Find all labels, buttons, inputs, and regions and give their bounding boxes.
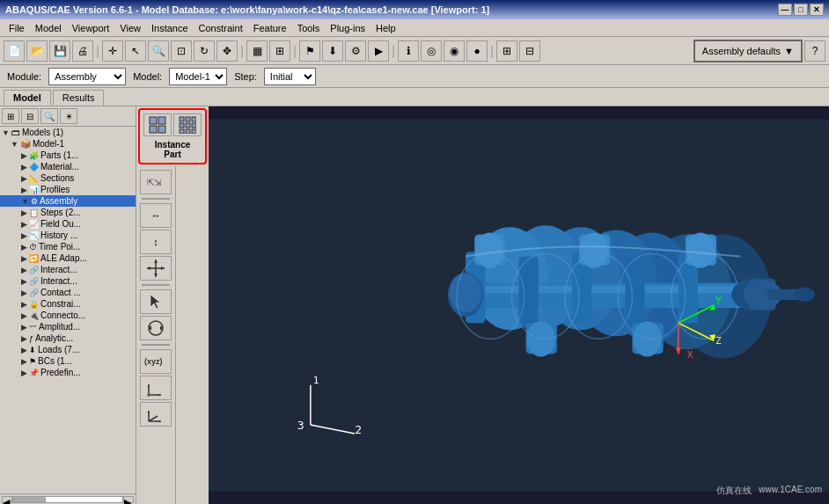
rt-btn-xyz[interactable]: (xyz): [140, 349, 172, 374]
tree-timepoints[interactable]: ▶ ⏱ Time Poi...: [0, 241, 136, 252]
submit-btn[interactable]: ▶: [368, 40, 389, 62]
render-btn[interactable]: ⊞: [496, 40, 517, 62]
tab-results[interactable]: Results: [53, 90, 105, 106]
tree-contact[interactable]: ▶ 🔗 Contact ...: [0, 287, 136, 298]
rt-btn-3[interactable]: ↕: [140, 230, 172, 254]
model-select[interactable]: Model-1: [169, 68, 227, 85]
menu-plugins[interactable]: Plug-ins: [325, 21, 370, 35]
print-button[interactable]: 🖨: [72, 40, 93, 62]
tree-interact2[interactable]: ▶ 🔗 Interact...: [0, 275, 136, 287]
tree-material-label: Material...: [40, 162, 79, 172]
tree-root-label: Models (1): [22, 128, 63, 137]
scroll-right[interactable]: ▶: [123, 496, 134, 503]
menu-view[interactable]: View: [114, 21, 146, 35]
maximize-button[interactable]: □: [794, 4, 808, 16]
tree-fieldout-label: Field Ou...: [40, 219, 81, 229]
menu-help[interactable]: Help: [370, 21, 401, 35]
tree-ale[interactable]: ▶ 🔁 ALE Adap...: [0, 252, 136, 264]
tree-interact1[interactable]: ▶ 🔗 Interact...: [0, 264, 136, 275]
tree-steps-label: Steps (2...: [40, 208, 81, 217]
minimize-button[interactable]: —: [778, 4, 792, 16]
scroll-left[interactable]: ◀: [2, 496, 12, 503]
tree-connector[interactable]: ▶ 🔌 Connecto...: [0, 310, 136, 321]
tree-material[interactable]: ▶ 🔷 Material...: [0, 161, 136, 172]
tree-filter[interactable]: ☀: [60, 108, 77, 124]
tree-amplitude[interactable]: ▶ 〰 Amplitud...: [0, 321, 136, 332]
tree-scroll[interactable]: ▼ 🗃 Models (1) ▼ 📦 Model-1 ▶ 🧩 Parts (1.…: [0, 127, 136, 493]
cursor-icon: [145, 291, 166, 312]
tree-parts-label: Parts (1...: [40, 150, 78, 160]
info-btn[interactable]: ℹ: [398, 40, 419, 62]
menu-viewport[interactable]: Viewport: [67, 21, 115, 35]
save-button[interactable]: 💾: [49, 40, 70, 62]
menu-tools[interactable]: Tools: [292, 21, 326, 35]
rt-btn-6[interactable]: [140, 316, 172, 340]
menu-file[interactable]: File: [4, 21, 30, 35]
instance-btn[interactable]: ▦: [246, 40, 268, 62]
menu-feature[interactable]: Feature: [248, 21, 292, 35]
tree-parts[interactable]: ▶ 🧩 Parts (1...: [0, 150, 136, 161]
step-select[interactable]: Initial Step-1: [264, 68, 316, 85]
toolbar-icon-1: ⇱⇲: [145, 173, 166, 191]
bc-btn[interactable]: ⚑: [299, 40, 320, 62]
tree-assembly[interactable]: ▼ ⚙ Assembly: [0, 195, 136, 207]
menu-instance[interactable]: Instance: [146, 21, 194, 35]
tree-steps[interactable]: ▶ 📋 Steps (2...: [0, 207, 136, 218]
tree-root[interactable]: ▼ 🗃 Models (1): [0, 127, 136, 138]
watermark-left: 仿真在线: [716, 485, 752, 497]
menu-constraint[interactable]: Constraint: [194, 21, 248, 35]
step-label: Step:: [234, 71, 257, 82]
rt-btn-2[interactable]: ↔: [140, 203, 172, 228]
tree-loads[interactable]: ▶ ⬇ Loads (7...: [0, 344, 136, 355]
pan-button[interactable]: ✥: [216, 40, 238, 62]
instance-part-multi-btn[interactable]: [173, 113, 202, 136]
multi-grid-icon: [179, 116, 196, 134]
tree-search[interactable]: 🔍: [40, 108, 58, 124]
load-btn[interactable]: ⬇: [322, 40, 343, 62]
help-cursor-btn[interactable]: ?: [804, 40, 825, 62]
rotate-button[interactable]: ↻: [194, 40, 215, 62]
close-button[interactable]: ✕: [810, 4, 824, 16]
mesh-btn[interactable]: ⊞: [269, 40, 290, 62]
tree-history[interactable]: ▶ 📉 History ...: [0, 230, 136, 241]
tree-collapse-all[interactable]: ⊟: [21, 108, 39, 124]
tree-sections[interactable]: ▶ 📐 Sections: [0, 172, 136, 184]
rt-btn-coord2[interactable]: [140, 402, 172, 427]
svg-point-57: [686, 232, 715, 267]
assembly-defaults-button[interactable]: Assembly defaults ▼: [693, 40, 803, 62]
rt-btn-5[interactable]: [140, 289, 172, 314]
rt-btn-4[interactable]: [140, 256, 172, 281]
viewport[interactable]: Z Y X 3 2 1 仿真在线 www.1CAE.com: [209, 106, 829, 504]
tree-loads-label: Loads (7...: [38, 345, 79, 354]
hscroll-track[interactable]: [12, 496, 123, 503]
select-button[interactable]: ↖: [125, 40, 146, 62]
menu-model[interactable]: Model: [30, 21, 67, 35]
tree-expand-all[interactable]: ⊞: [2, 108, 19, 124]
tree-predefin[interactable]: ▶ 📌 Predefin...: [0, 367, 136, 378]
zoom-button[interactable]: 🔍: [148, 40, 169, 62]
module-select[interactable]: Assembly Mesh Step Load Interaction Job …: [48, 68, 126, 85]
tree-hscroll[interactable]: ◀ ▶: [0, 493, 136, 504]
tree-constraint[interactable]: ▶ 🔒 Constrai...: [0, 298, 136, 310]
viewport-btn[interactable]: ⊟: [519, 40, 540, 62]
tree-bcs-label: BCs (1...: [38, 356, 72, 366]
open-button[interactable]: 📂: [26, 40, 48, 62]
tree-profiles[interactable]: ▶ 📊 Profiles: [0, 184, 136, 195]
fit-button[interactable]: ⊡: [171, 40, 192, 62]
tree-bcs[interactable]: ▶ ⚑ BCs (1...: [0, 355, 136, 367]
svg-rect-11: [186, 129, 190, 134]
rt-btn-1[interactable]: ⇱⇲: [140, 170, 172, 194]
tree-fieldout[interactable]: ▶ 📈 Field Ou...: [0, 218, 136, 230]
step-btn[interactable]: ⚙: [345, 40, 366, 62]
instance-part-grid-btn[interactable]: [143, 113, 172, 136]
display-btn1[interactable]: ◎: [421, 40, 442, 62]
display-btn2[interactable]: ◉: [444, 40, 465, 62]
tab-model[interactable]: Model: [4, 90, 51, 106]
display-btn3[interactable]: ●: [466, 40, 488, 62]
move-button[interactable]: ✛: [102, 40, 123, 62]
tree-analytic[interactable]: ▶ ƒ Analytic...: [0, 332, 136, 344]
new-button[interactable]: 📄: [4, 40, 25, 62]
rt-btn-coord1[interactable]: [140, 376, 172, 400]
tree-model1[interactable]: ▼ 📦 Model-1: [0, 138, 136, 150]
hscroll-thumb[interactable]: [13, 497, 46, 502]
